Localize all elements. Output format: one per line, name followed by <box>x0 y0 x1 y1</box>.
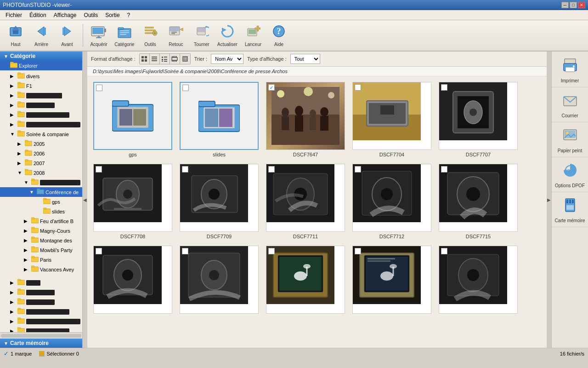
sidebar-item-explorer[interactable]: Explorer <box>0 61 82 70</box>
photo-item-r2[interactable] <box>177 244 261 317</box>
retoucher-button[interactable]: Retouc <box>164 22 188 49</box>
photo-item-slides[interactable]: slides <box>177 80 261 159</box>
sidebar-item-r4[interactable]: ▶ ████████ <box>0 100 82 110</box>
sidebar-item-sb6[interactable]: ▶ ████████████ <box>0 326 82 332</box>
photo-checkbox-DSCF7707[interactable] <box>441 84 447 91</box>
menu-fichier[interactable]: Fichier <box>2 11 26 19</box>
photo-checkbox-screen1[interactable] <box>268 248 275 254</box>
view-grid-btn[interactable] <box>140 54 150 64</box>
sidebar-item-magny[interactable]: ▶ Magny-Cours <box>0 226 82 236</box>
photo-frame-r1[interactable] <box>93 246 172 314</box>
sidebar-item-sb2[interactable]: ▶ ████████ <box>0 288 82 297</box>
close-button[interactable]: ✕ <box>578 2 585 8</box>
sidebar-item-sb4[interactable]: ▶ ████████████ <box>0 307 82 316</box>
photo-frame-screen2[interactable] <box>352 246 431 314</box>
sidebar-item-mowbli[interactable]: ▶ Mowbli's Party <box>0 245 82 255</box>
photo-frame-r2[interactable] <box>180 246 259 314</box>
photo-frame-screen1[interactable] <box>266 246 345 314</box>
photo-frame-DSCF7709[interactable] <box>180 164 259 232</box>
photo-item-DSCF7647[interactable]: ✓ <box>264 80 347 159</box>
maximize-button[interactable]: □ <box>570 2 577 8</box>
sidebar-hscrollbar[interactable] <box>0 332 82 339</box>
sidebar-item-r5[interactable]: ▶ ████████████ <box>0 110 82 120</box>
papier-peint-button[interactable]: Papier peint <box>552 123 588 157</box>
menu-outils[interactable]: Outils <box>80 11 102 19</box>
menu-edition[interactable]: Édition <box>26 11 50 19</box>
menu-affichage[interactable]: Affichage <box>50 11 80 19</box>
sidebar-item-gps-sub[interactable]: gps <box>0 197 82 207</box>
carte-memoire-rp-button[interactable]: Carte mémoire <box>552 193 588 227</box>
minimize-button[interactable]: ─ <box>561 2 569 8</box>
photo-item-r5[interactable] <box>436 244 520 317</box>
photo-checkbox-gps[interactable] <box>96 85 102 91</box>
photo-checkbox-r2[interactable] <box>182 248 188 254</box>
sidebar-item-sb5[interactable]: ▶ ████████████████ <box>0 316 82 326</box>
sidebar-item-divers[interactable]: ▶ divers <box>0 71 82 81</box>
type-select[interactable]: Tout Photos Vidéos <box>290 54 320 64</box>
sidebar-item-feu[interactable]: ▶ Feu d'artifice B <box>0 216 82 226</box>
photo-checkbox-DSCF7712[interactable] <box>355 166 361 172</box>
photo-checkbox-DSCF7704[interactable] <box>355 84 361 91</box>
imprimer-button[interactable]: Imprimer <box>552 53 588 87</box>
photo-item-r1[interactable] <box>91 244 175 317</box>
sidebar-tree[interactable]: ▶ divers ▶ F1 ▶ ██████████ <box>0 70 82 332</box>
photo-item-DSCF7712[interactable]: DSCF7712 <box>350 162 434 241</box>
sidebar-collapse-left[interactable]: ◀ <box>83 52 87 348</box>
haut-button[interactable]: Haut <box>4 22 28 49</box>
sidebar-item-2008[interactable]: ▼ 2008 <box>0 168 82 178</box>
tourner-button[interactable]: Tourner <box>190 22 214 49</box>
photo-frame-DSCF7704[interactable] <box>352 82 431 150</box>
photo-checkbox-screen2[interactable] <box>355 248 361 254</box>
photo-checkbox-slides[interactable] <box>182 85 189 91</box>
photo-grid[interactable]: gps slides <box>87 76 547 348</box>
outils-button[interactable]: Outils <box>138 22 162 49</box>
arriere-button[interactable]: Arrière <box>29 22 53 49</box>
photo-frame-DSCF7707[interactable] <box>439 82 518 150</box>
sidebar-item-slides-sub[interactable]: slides <box>0 207 82 216</box>
photo-frame-DSCF7712[interactable] <box>352 164 431 232</box>
sidebar-item-f1[interactable]: ▶ F1 <box>0 81 82 91</box>
photo-item-DSCF7708[interactable]: DSCF7708 <box>91 162 175 241</box>
photo-frame-r5[interactable] <box>439 246 518 314</box>
aide-button[interactable]: ? Aide <box>267 22 291 49</box>
photo-item-DSCF7704[interactable]: DSCF7704 <box>350 80 434 159</box>
courrier-button[interactable]: Courrier <box>552 88 588 122</box>
sidebar-item-sb3[interactable]: ▶ ████████ <box>0 297 82 307</box>
lanceur-button[interactable]: Lanceur <box>241 22 265 49</box>
acquerir-button[interactable]: Acquérir <box>87 22 111 49</box>
view-list-btn[interactable] <box>150 54 160 64</box>
photo-item-DSCF7715[interactable]: DSCF7715 <box>436 162 520 241</box>
photo-frame-DSCF7647[interactable]: ✓ <box>266 82 345 150</box>
photo-checkbox-r5[interactable] <box>441 248 447 254</box>
photo-frame-DSCF7711[interactable] <box>266 164 345 232</box>
categorie-button[interactable]: Catégorie <box>113 22 136 49</box>
photo-checkbox-DSCF7708[interactable] <box>96 166 102 172</box>
photo-frame-DSCF7708[interactable] <box>93 164 172 232</box>
view-filmstrip-btn[interactable] <box>170 54 180 64</box>
sidebar-item-conference[interactable]: ▼ Conférence de <box>0 187 82 197</box>
photo-checkbox-DSCF7715[interactable] <box>441 166 447 172</box>
menu-sortie[interactable]: Sortie <box>102 11 123 19</box>
photo-item-gps[interactable]: gps <box>91 80 175 159</box>
photo-item-DSCF7707[interactable]: DSCF7707 <box>436 80 520 159</box>
trier-select[interactable]: Nom Av Nom Dé Date Av Date Dé <box>211 54 243 64</box>
sidebar-item-montagne[interactable]: ▶ Montagne des <box>0 236 82 245</box>
photo-checkbox-r1[interactable] <box>96 248 102 254</box>
sidebar-item-paris[interactable]: ▶ Paris <box>0 255 82 264</box>
photo-checkbox-DSCF7709[interactable] <box>182 166 188 172</box>
photo-item-screen2[interactable] <box>350 244 434 317</box>
view-fullscreen-btn[interactable] <box>180 54 190 64</box>
sidebar-item-soiree[interactable]: ▼ Soirée & companie <box>0 129 82 139</box>
sidebar-item-r6[interactable]: ▶ ██████████████████ <box>0 120 82 129</box>
photo-item-DSCF7711[interactable]: DSCF7711 <box>264 162 347 241</box>
photo-frame-slides[interactable] <box>180 82 259 150</box>
actualiser-button[interactable]: Actualiser <box>215 22 239 49</box>
window-controls[interactable]: ─ □ ✕ <box>561 2 585 8</box>
menu-help[interactable]: ? <box>124 11 134 19</box>
sidebar-item-sb1[interactable]: ▶ ████ <box>0 278 82 288</box>
photo-frame-DSCF7715[interactable] <box>439 164 518 232</box>
options-dpof-button[interactable]: DPOF Options DPOF <box>552 158 588 192</box>
sidebar-item-2007[interactable]: ▶ 2007 <box>0 158 82 168</box>
sidebar-item-r-conf-parent[interactable]: ▼ ████████████████ <box>0 178 82 187</box>
sidebar-item-2005[interactable]: ▶ 2005 <box>0 139 82 149</box>
